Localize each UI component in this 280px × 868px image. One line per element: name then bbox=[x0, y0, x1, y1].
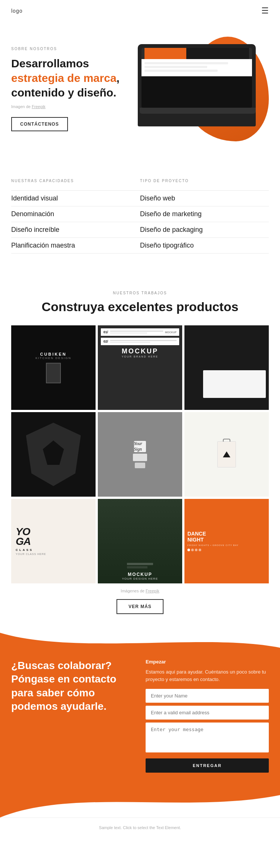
cap-item: Denominación bbox=[11, 206, 140, 222]
cap-item: Diseño web bbox=[140, 190, 269, 206]
works-section: NUESTROS TRABAJOS Construya excelentes p… bbox=[0, 272, 280, 633]
cap-col-2: TIPO DE PROYECTO Diseño web Diseño de ma… bbox=[140, 179, 269, 254]
cap-item: Planificación maestra bbox=[11, 237, 140, 254]
footer: Sample text. Click to select the Text El… bbox=[0, 818, 280, 837]
work-item-mockup-cards[interactable]: 01/ MOCKUP 02/ MOCKUP YOUR BRAND HERE bbox=[98, 325, 182, 410]
form-desc: Estamos aquí para ayudar. Cuéntanos un p… bbox=[146, 668, 269, 683]
cap-col-1: NUESTRAS CAPACIDADES Identidad visual De… bbox=[11, 179, 140, 254]
cap-item: Diseño de packaging bbox=[140, 222, 269, 237]
orange-content: ¿Buscas colaborar? Póngase en contacto p… bbox=[11, 659, 269, 773]
logo: logo bbox=[11, 8, 22, 14]
message-input[interactable] bbox=[146, 723, 269, 752]
works-credit: Imágenes de Freepik bbox=[11, 589, 269, 593]
menu-icon[interactable]: ☰ bbox=[261, 6, 269, 16]
hero-title-part1: Desarrollamos bbox=[11, 57, 89, 70]
work-item-business-card[interactable] bbox=[184, 325, 269, 410]
see-more-button[interactable]: VER MÁS bbox=[116, 599, 164, 614]
work-item-bag[interactable] bbox=[184, 412, 269, 497]
form-title: Empezar bbox=[146, 659, 269, 665]
bottom-wave bbox=[0, 788, 280, 818]
hero-label: SOBRE NOSOTROS bbox=[11, 47, 130, 51]
works-label: NUESTROS TRABAJOS bbox=[11, 291, 269, 295]
name-input[interactable] bbox=[146, 689, 269, 703]
cap-item: Diseño de marketing bbox=[140, 206, 269, 222]
work-item-dance[interactable]: DANCENIGHT FRIDAY NIGHTS • GROOVE CITY B… bbox=[184, 499, 269, 583]
footer-text: Sample text. Click to select the Text El… bbox=[99, 825, 181, 830]
contact-right: Empezar Estamos aquí para ayudar. Cuénta… bbox=[146, 659, 269, 773]
works-btn-wrap: VER MÁS bbox=[11, 599, 269, 614]
contact-left: ¿Buscas colaborar? Póngase en contacto p… bbox=[11, 659, 134, 714]
contact-button[interactable]: CONTÁCTENOS bbox=[11, 117, 68, 131]
contact-title: ¿Buscas colaborar? Póngase en contacto p… bbox=[11, 659, 134, 714]
hero-section: SOBRE NOSOTROS Desarrollamos estrategia … bbox=[0, 22, 280, 160]
capabilities-grid: NUESTRAS CAPACIDADES Identidad visual De… bbox=[11, 179, 269, 254]
work-item-yoga[interactable]: YOGA CLASS YOUR CLASS HERE bbox=[11, 499, 96, 583]
work-item-cubiken[interactable]: CUBIKEN KITCHEN DESIGN bbox=[11, 325, 96, 410]
cap-label-2: TIPO DE PROYECTO bbox=[140, 179, 269, 183]
cap-label-1: NUESTRAS CAPACIDADES bbox=[11, 179, 140, 183]
work-item-building[interactable]: MOCKUP YOUR DESIGN HERE bbox=[98, 499, 182, 583]
freepik-link-works[interactable]: Freepik bbox=[146, 589, 159, 593]
cap-item: Diseño increíble bbox=[11, 222, 140, 237]
cap-item: Identidad visual bbox=[11, 190, 140, 206]
submit-button[interactable]: ENTREGAR bbox=[146, 758, 269, 773]
capabilities-section: NUESTRAS CAPACIDADES Identidad visual De… bbox=[0, 160, 280, 272]
work-item-script[interactable]: Your Sign bbox=[98, 412, 182, 497]
header: logo ☰ bbox=[0, 0, 280, 22]
hero-credit: Imagen de Freepik bbox=[11, 104, 130, 109]
work-item-lion[interactable] bbox=[11, 412, 96, 497]
top-wave bbox=[0, 633, 280, 655]
hero-title: Desarrollamos estrategia de marca, conte… bbox=[11, 56, 130, 100]
contact-section: ¿Buscas colaborar? Póngase en contacto p… bbox=[0, 633, 280, 818]
works-grid: CUBIKEN KITCHEN DESIGN 01/ MOCKUP 02/ MO… bbox=[11, 325, 269, 583]
hero-right bbox=[138, 37, 269, 141]
hero-title-orange: estrategia de marca bbox=[11, 72, 116, 84]
works-title: Construya excelentes productos bbox=[11, 300, 269, 314]
freepik-link[interactable]: Freepik bbox=[32, 104, 46, 109]
cap-item: Diseño tipográfico bbox=[140, 237, 269, 254]
email-input[interactable] bbox=[146, 706, 269, 720]
hero-left: SOBRE NOSOTROS Desarrollamos estrategia … bbox=[11, 47, 138, 131]
